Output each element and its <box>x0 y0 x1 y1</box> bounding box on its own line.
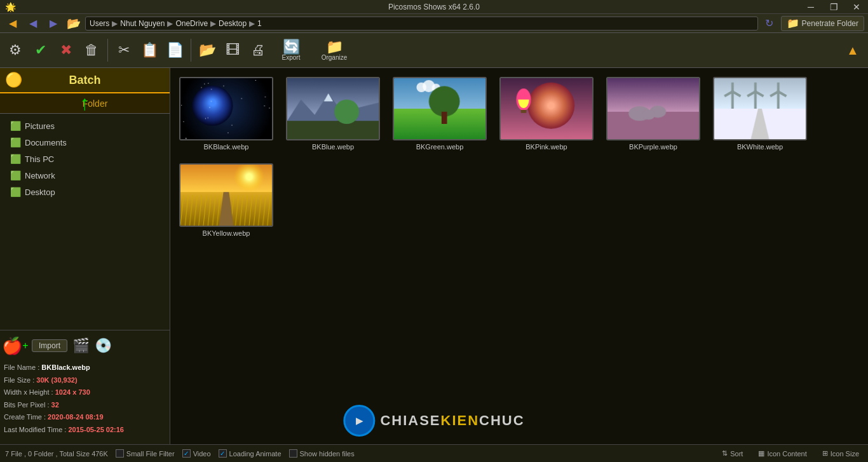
cut-icon: ✂ <box>118 43 130 57</box>
export-button[interactable]: 🔄 Export <box>272 37 310 64</box>
penetrate-folder-button[interactable]: 📁 Penetrate Folder <box>781 16 864 31</box>
main-area: 🟡 Batch Folder ↑ 🟩 Pictures 🟩 Documents … <box>0 68 868 444</box>
sort-icon: ⇅ <box>722 449 728 458</box>
loading-animate-label: Loading Animate <box>229 450 281 458</box>
path-item-user: Nhut Nguyen <box>120 19 165 28</box>
image-item[interactable]: BKWhite.webp <box>710 74 810 153</box>
pictures-label: Pictures <box>25 121 55 131</box>
video-label: Video <box>193 450 211 458</box>
loading-animate-checkbox[interactable] <box>219 449 227 458</box>
status-right: ⇅ Sort ▦ Icon Content ⊞ Icon Size <box>718 448 863 459</box>
image-thumbnail <box>179 77 273 140</box>
show-hidden-checkbox[interactable] <box>289 449 297 458</box>
show-hidden-label: Show hidden files <box>300 450 355 458</box>
forward-button[interactable]: ▶ <box>44 16 62 31</box>
filename-line: File Name : BKBlack.webp <box>4 362 166 374</box>
print-button[interactable]: 🖨 <box>247 37 269 64</box>
batch-header: 🟡 Batch <box>0 68 170 93</box>
organize-icon: 📁 <box>326 40 343 54</box>
title-text: Picosmos Shows x64 2.6.0 <box>388 3 480 11</box>
filesize-line: File Size : 30K (30,932) <box>4 375 166 386</box>
back-button[interactable]: ◀ <box>4 16 22 31</box>
check-icon: ✔ <box>35 43 46 57</box>
image-item[interactable]: BKPink.webp <box>497 74 596 153</box>
image-thumbnail <box>713 77 807 140</box>
modifiedtime-line: Last Modified Time : 2015-05-25 02:16 <box>4 425 166 436</box>
import-icon: 🍎+ <box>4 334 27 357</box>
small-file-filter-checkbox[interactable] <box>116 449 124 458</box>
sidebar-item-pictures[interactable]: 🟩 Pictures <box>0 118 170 134</box>
icon-size-button[interactable]: ⊞ Icon Size <box>818 448 863 459</box>
settings-button[interactable]: ⚙ <box>4 37 27 64</box>
check-button[interactable]: ✔ <box>29 37 52 64</box>
import-extra-icon2: 💿 <box>95 337 112 354</box>
cut-button[interactable]: ✂ <box>112 37 135 64</box>
filename-value: BKBlack.webp <box>41 363 90 371</box>
folder-icon-nav[interactable]: 📂 <box>65 16 83 31</box>
filesize-value: 30K (30,932) <box>36 376 77 384</box>
path-item-1: 1 <box>257 19 262 28</box>
toolbar-sep1 <box>107 39 108 62</box>
icon-content-button[interactable]: ▦ Icon Content <box>754 448 810 459</box>
paste-icon: 📄 <box>166 43 184 57</box>
path-item-onedrive: OneDrive <box>175 19 208 28</box>
sort-button[interactable]: ⇅ Sort <box>718 448 747 459</box>
import-button[interactable]: Import <box>32 339 67 352</box>
close-button[interactable]: ✕ <box>845 0 868 14</box>
image-item[interactable]: BKBlack.webp <box>177 74 276 153</box>
show-hidden-item: Show hidden files <box>289 449 355 458</box>
sidebar-item-desktop[interactable]: 🟩 Desktop <box>0 184 170 200</box>
sidebar-item-documents[interactable]: 🟩 Documents <box>0 134 170 151</box>
sidebar-item-thispc[interactable]: 🟩 This PC <box>0 151 170 167</box>
image-name: BKYellow.webp <box>203 229 250 237</box>
image-item[interactable]: BKPurple.webp <box>604 74 703 153</box>
image-item[interactable]: BKGreen.webp <box>390 74 489 153</box>
icon-content-icon: ▦ <box>758 449 764 458</box>
batch-icon: 🟡 <box>5 72 22 88</box>
folder-button[interactable]: 📂 <box>196 37 219 64</box>
organize-button[interactable]: 📁 Organize <box>313 37 356 64</box>
image-thumbnail <box>499 77 593 140</box>
maximize-button[interactable]: ❐ <box>822 0 845 14</box>
image-grid: BKBlack.webpBKBlue.webpBKGreen.webpBKPin… <box>170 68 868 444</box>
image-name: BKGreen.webp <box>416 143 464 151</box>
settings-icon: ⚙ <box>9 43 22 57</box>
export-icon: 🔄 <box>283 40 300 54</box>
path-item-desktop: Desktop <box>219 19 247 28</box>
image-item[interactable]: BKYellow.webp <box>177 161 276 240</box>
cross-icon: ✖ <box>60 43 72 57</box>
titlebar: 🌟 Picosmos Shows x64 2.6.0 ─ ❐ ✕ <box>0 0 868 14</box>
small-file-filter-item: Small File Filter <box>116 449 175 458</box>
copy-button[interactable]: 📋 <box>138 37 161 64</box>
createtime-line: Create Time : 2020-08-24 08:19 <box>4 412 166 423</box>
modifiedtime-value: 2015-05-25 02:16 <box>69 426 124 433</box>
video-checkbox[interactable] <box>182 449 191 458</box>
network-icon: 🟩 <box>10 170 21 180</box>
penetrate-label: Penetrate Folder <box>802 19 858 28</box>
minimize-button[interactable]: ─ <box>799 0 822 14</box>
film-button[interactable]: 🎞 <box>221 37 244 64</box>
folder-header: Folder ↑ <box>0 93 170 114</box>
icon-content-label: Icon Content <box>767 450 806 458</box>
cross-button[interactable]: ✖ <box>55 37 78 64</box>
import-row: 🍎+ Import 🎬 💿 <box>4 334 166 357</box>
batch-label: Batch <box>69 74 100 87</box>
back2-button[interactable]: ◀ <box>24 16 42 31</box>
path-bar[interactable]: Users ▶ Nhut Nguyen ▶ OneDrive ▶ Desktop… <box>85 17 758 31</box>
small-file-filter-label: Small File Filter <box>126 450 175 458</box>
image-item[interactable]: BKBlue.webp <box>283 74 383 153</box>
delete-button[interactable]: 🗑 <box>80 37 103 64</box>
documents-label: Documents <box>25 138 67 147</box>
refresh-button[interactable]: ↻ <box>761 16 778 31</box>
app-icon: 🌟 <box>5 2 16 12</box>
paste-button[interactable]: 📄 <box>163 37 186 64</box>
sidebar-item-network[interactable]: 🟩 Network <box>0 167 170 184</box>
sidebar-tree: 🟩 Pictures 🟩 Documents 🟩 This PC 🟩 Netwo… <box>0 114 170 330</box>
collapse-button[interactable]: ▲ <box>841 37 864 64</box>
sidebar-bottom: 🍎+ Import 🎬 💿 File Name : BKBlack.webp F… <box>0 330 170 444</box>
icon-size-label: Icon Size <box>831 450 859 458</box>
thispc-icon: 🟩 <box>10 154 21 164</box>
image-name: BKBlack.webp <box>204 143 249 151</box>
navigation-bar: ◀ ◀ ▶ 📂 Users ▶ Nhut Nguyen ▶ OneDrive ▶… <box>0 14 868 33</box>
image-name: BKWhite.webp <box>737 143 783 151</box>
